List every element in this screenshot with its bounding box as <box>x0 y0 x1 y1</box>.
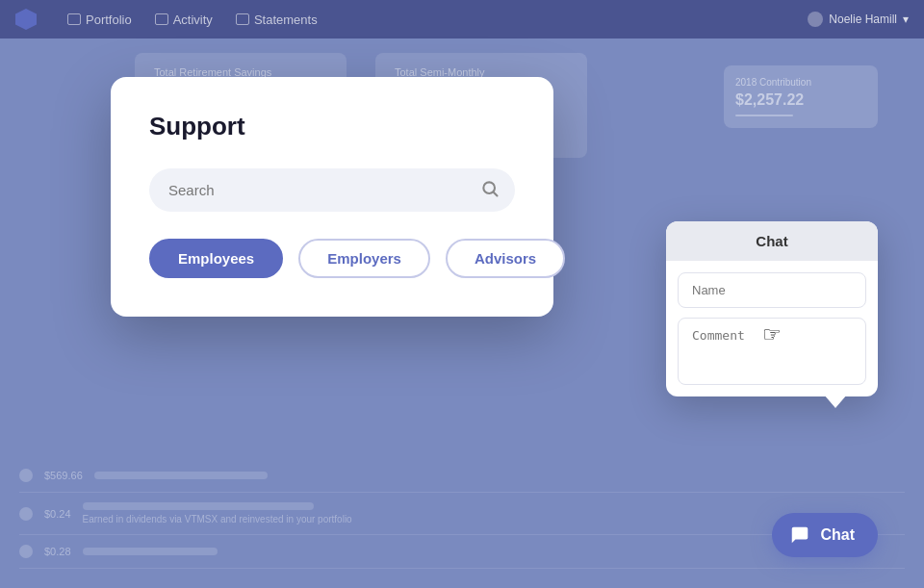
nav-item-statements[interactable]: Statements <box>236 13 318 27</box>
portfolio-icon <box>67 13 81 25</box>
bg-row-icon-3 <box>19 545 33 558</box>
statements-icon <box>236 13 249 25</box>
nav-user[interactable]: Noelie Hamill ▾ <box>808 12 909 27</box>
chat-button[interactable]: Chat <box>772 513 878 557</box>
support-modal: Support Employees Employers Advisors <box>111 77 553 317</box>
bg-contribution-card: 2018 Contribution $2,257.22 <box>724 65 878 128</box>
filter-buttons: Employees Employers Advisors <box>149 239 515 278</box>
bg-row-icon-2 <box>19 507 33 521</box>
svg-line-1 <box>494 192 498 195</box>
bg-row-1: $569.66 <box>19 459 905 493</box>
filter-employers-button[interactable]: Employers <box>298 239 430 278</box>
user-avatar-icon <box>808 12 823 27</box>
bg-row-icon-1 <box>19 469 33 482</box>
bg-mini-chart <box>735 115 793 116</box>
nav-item-portfolio[interactable]: Portfolio <box>67 13 132 27</box>
nav-logo <box>15 9 37 30</box>
chat-popup: Chat <box>666 221 878 396</box>
chat-popup-header: Chat <box>666 221 878 261</box>
search-icon <box>480 179 500 202</box>
filter-advisors-button[interactable]: Advisors <box>446 239 565 278</box>
support-title: Support <box>149 112 515 141</box>
chat-name-input[interactable] <box>678 272 866 308</box>
search-input[interactable] <box>149 168 515 212</box>
chat-comment-input[interactable] <box>678 318 866 385</box>
nav-item-activity[interactable]: Activity <box>155 13 213 27</box>
search-container <box>149 168 515 212</box>
filter-employees-button[interactable]: Employees <box>149 239 283 278</box>
chat-bubble-icon <box>789 524 810 546</box>
chat-popup-body <box>666 261 878 396</box>
activity-icon <box>155 13 168 25</box>
nav-bar: Portfolio Activity Statements Noelie Ham… <box>0 0 924 38</box>
